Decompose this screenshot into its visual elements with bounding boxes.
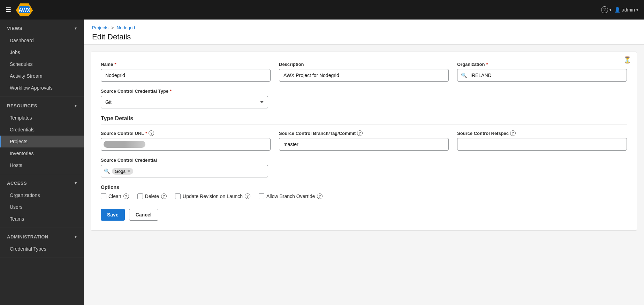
sidebar-section-views: Views ▾ Dashboard Jobs Schedules Activit… [0, 20, 84, 97]
content-header: Projects > Nodegrid Edit Details [84, 20, 644, 45]
description-group: Description [279, 62, 449, 82]
sidebar-item-templates[interactable]: Templates [0, 112, 84, 124]
top-navigation: ☰ AWX ? ▾ 👤 admin ▾ [0, 0, 644, 20]
sct-required-star: * [170, 89, 172, 94]
credential-search-wrapper[interactable]: 🔍 Gogs ✕ [101, 165, 268, 177]
breadcrumb: Projects > Nodegrid [92, 25, 636, 30]
sidebar-section-resources: Resources ▾ Templates Credentials Projec… [0, 97, 84, 174]
resources-chevron-icon: ▾ [75, 104, 77, 108]
source-control-refspec-group: Source Control Refspec ? [457, 130, 627, 151]
nav-right: ? ▾ 👤 admin ▾ [601, 6, 638, 13]
help-button[interactable]: ? ▾ [601, 6, 612, 13]
source-control-credential-group: Source Control Credential 🔍 Gogs ✕ [101, 158, 268, 177]
sidebar-section-resources-label: Resources [7, 103, 37, 108]
form-row-2: Source Control Credential Type * Manual … [101, 89, 268, 108]
sidebar-item-organizations[interactable]: Organizations [0, 189, 84, 201]
organization-value: IRELAND [470, 73, 627, 78]
breadcrumb-projects-link[interactable]: Projects [92, 25, 108, 30]
breadcrumb-current[interactable]: Nodegrid [117, 25, 135, 30]
type-details-section: Type Details Source Control URL * ? [101, 115, 627, 177]
sidebar-section-resources-header[interactable]: Resources ▾ [0, 100, 84, 112]
option-allow-branch[interactable]: Allow Branch Override ? [259, 193, 323, 199]
option-update-revision-checkbox[interactable] [175, 193, 181, 199]
breadcrumb-separator: > [111, 25, 114, 30]
form-row-4: Source Control Credential 🔍 Gogs ✕ [101, 158, 268, 177]
action-row: Save Cancel [101, 209, 627, 221]
sidebar-item-dashboard[interactable]: Dashboard [0, 35, 84, 46]
option-delete-help-icon[interactable]: ? [161, 193, 167, 199]
option-clean-help-icon[interactable]: ? [123, 193, 129, 199]
branch-help-icon[interactable]: ? [357, 130, 363, 136]
option-update-revision-help-icon[interactable]: ? [245, 193, 250, 199]
option-clean-label: Clean [108, 193, 121, 199]
sidebar-item-schedules[interactable]: Schedules [0, 58, 84, 70]
sidebar: Views ▾ Dashboard Jobs Schedules Activit… [0, 20, 84, 305]
option-clean[interactable]: Clean ? [101, 193, 129, 199]
sidebar-item-projects[interactable]: Projects [0, 136, 84, 147]
option-update-revision[interactable]: Update Revision on Launch ? [175, 193, 250, 199]
views-chevron-icon: ▾ [75, 26, 77, 31]
credential-tag-label: Gogs [115, 169, 126, 174]
sidebar-item-teams[interactable]: Teams [0, 213, 84, 225]
sidebar-section-administration-header[interactable]: Administration ▾ [0, 231, 84, 243]
sidebar-item-activity-stream[interactable]: Activity Stream [0, 70, 84, 82]
refspec-help-icon[interactable]: ? [510, 130, 516, 136]
hamburger-icon[interactable]: ☰ [6, 6, 11, 14]
source-control-type-select[interactable]: Manual Git Subversion Mercurial Red Hat … [101, 96, 268, 108]
name-input[interactable] [101, 69, 271, 82]
url-input-wrapper [101, 138, 271, 151]
app-body: Views ▾ Dashboard Jobs Schedules Activit… [0, 20, 644, 305]
option-clean-checkbox[interactable] [101, 193, 106, 199]
cancel-button[interactable]: Cancel [129, 209, 158, 221]
save-button[interactable]: Save [101, 209, 125, 221]
source-control-branch-group: Source Control Branch/Tag/Commit ? [279, 130, 449, 151]
description-input[interactable] [279, 69, 449, 82]
history-icon[interactable]: ⏳ [623, 56, 631, 64]
sidebar-item-users[interactable]: Users [0, 201, 84, 213]
sidebar-item-credential-types[interactable]: Credential Types [0, 243, 84, 255]
source-control-branch-input[interactable] [279, 138, 449, 151]
credential-tag: Gogs ✕ [112, 168, 133, 175]
user-dropdown-icon: ▾ [636, 8, 638, 12]
description-label: Description [279, 62, 449, 67]
organization-search-wrapper[interactable]: 🔍 IRELAND [457, 69, 627, 82]
sidebar-item-hosts[interactable]: Hosts [0, 159, 84, 171]
page-title: Edit Details [92, 32, 636, 41]
sidebar-item-workflow-approvals[interactable]: Workflow Approvals [0, 82, 84, 94]
credential-tag-remove[interactable]: ✕ [127, 169, 130, 174]
options-row: Clean ? Delete ? Update Revision on Laun… [101, 193, 627, 199]
options-title: Options [101, 184, 627, 190]
sidebar-section-access-header[interactable]: Access ▾ [0, 177, 84, 189]
option-allow-branch-checkbox[interactable] [259, 193, 264, 199]
url-help-icon[interactable]: ? [149, 130, 154, 136]
organization-label: Organization * [457, 62, 627, 67]
type-details-title: Type Details [101, 115, 627, 125]
form-row-3: Source Control URL * ? Source Control Br… [101, 130, 627, 151]
name-required-star: * [114, 62, 116, 67]
sidebar-item-credentials[interactable]: Credentials [0, 124, 84, 136]
sidebar-section-administration: Administration ▾ Credential Types [0, 228, 84, 258]
option-allow-branch-help-icon[interactable]: ? [317, 193, 323, 199]
sidebar-item-jobs[interactable]: Jobs [0, 46, 84, 58]
user-menu-button[interactable]: 👤 admin ▾ [614, 7, 638, 13]
source-control-credential-label: Source Control Credential [101, 158, 268, 163]
sidebar-section-access-label: Access [7, 181, 27, 186]
source-control-refspec-input[interactable] [457, 138, 627, 151]
options-section: Options Clean ? Delete ? Update Revis [101, 184, 627, 199]
url-required-star: * [145, 131, 147, 136]
option-update-revision-label: Update Revision on Launch [183, 193, 243, 199]
user-label: admin [622, 7, 635, 13]
option-delete-checkbox[interactable] [137, 193, 143, 199]
form-row-1: Name * Description Organization * 🔍 [101, 62, 627, 82]
logo[interactable]: AWX [15, 3, 33, 17]
option-delete[interactable]: Delete ? [137, 193, 167, 199]
help-icon: ? [601, 6, 608, 13]
option-allow-branch-label: Allow Branch Override [266, 193, 315, 199]
sidebar-item-inventories[interactable]: Inventories [0, 147, 84, 159]
source-control-type-label: Source Control Credential Type * [101, 89, 268, 94]
main-content: Projects > Nodegrid Edit Details ⏳ Name … [84, 20, 644, 305]
sidebar-section-views-header[interactable]: Views ▾ [0, 22, 84, 35]
nav-left: ☰ AWX [6, 3, 33, 17]
org-search-icon: 🔍 [457, 73, 470, 78]
sidebar-section-access: Access ▾ Organizations Users Teams [0, 174, 84, 228]
